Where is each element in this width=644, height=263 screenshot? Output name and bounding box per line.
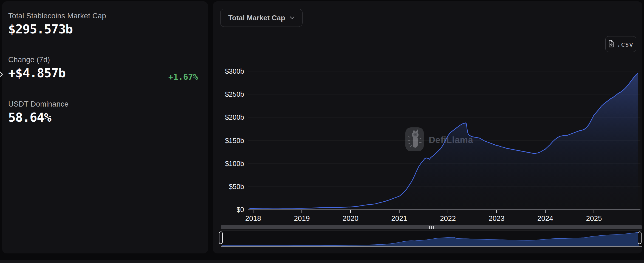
svg-text:2025: 2025 <box>586 214 602 222</box>
brush-handle-right[interactable] <box>638 231 642 244</box>
svg-text:2020: 2020 <box>343 214 358 222</box>
svg-text:2018: 2018 <box>245 214 261 222</box>
file-download-icon <box>608 40 614 48</box>
usdt-dominance-stat: USDT Dominance 58.64% <box>8 100 69 125</box>
svg-text:$150b: $150b <box>225 137 244 144</box>
chart-panel: Total Market Cap .csv <box>213 1 642 253</box>
next-section-edge <box>0 260 644 263</box>
metric-dropdown-button[interactable]: Total Market Cap <box>220 9 303 27</box>
csv-button-label: .csv <box>617 40 633 48</box>
stablecoins-dashboard: { "left_panel": { "stats": [ { "label": … <box>0 0 644 263</box>
svg-text:2022: 2022 <box>440 214 456 222</box>
brush-grip-icon[interactable] <box>429 226 434 229</box>
svg-text:$50b: $50b <box>229 183 244 190</box>
svg-text:$300b: $300b <box>225 68 244 75</box>
total-market-cap-stat: Total Stablecoins Market Cap $295.573b <box>8 12 106 36</box>
total-market-cap-value: $295.573b <box>8 22 106 36</box>
change-7d-stat: Change (7d) +$4.857b <box>8 56 66 80</box>
download-csv-button[interactable]: .csv <box>605 36 636 52</box>
brush-navigator[interactable] <box>221 230 642 247</box>
chevron-down-icon <box>290 16 295 20</box>
stablecoin-marketcap-area-chart[interactable]: $0$50b$100b$150b$200b$250b$300b201820192… <box>217 68 644 222</box>
brush-handle-left[interactable] <box>219 231 223 244</box>
brush-scrollbar-track[interactable] <box>221 225 642 229</box>
change-7d-percent: +1.67% <box>168 72 198 82</box>
navigator-mini-chart <box>221 230 641 246</box>
change-7d-label: Change (7d) <box>8 56 66 64</box>
svg-text:$250b: $250b <box>225 90 244 98</box>
svg-text:2023: 2023 <box>489 214 505 222</box>
change-7d-value: +$4.857b <box>8 66 66 80</box>
sidebar-expand-toggle[interactable] <box>0 70 6 80</box>
total-market-cap-label: Total Stablecoins Market Cap <box>8 12 106 20</box>
usdt-dominance-label: USDT Dominance <box>8 100 69 108</box>
svg-text:2024: 2024 <box>537 214 553 222</box>
chevron-right-icon <box>0 71 3 79</box>
usdt-dominance-value: 58.64% <box>8 110 69 125</box>
svg-text:$200b: $200b <box>225 113 244 121</box>
svg-text:$100b: $100b <box>225 160 244 167</box>
svg-text:2019: 2019 <box>294 214 310 222</box>
svg-text:$0: $0 <box>236 206 244 213</box>
svg-text:2021: 2021 <box>391 214 407 222</box>
stats-panel: Total Stablecoins Market Cap $295.573b C… <box>2 1 208 253</box>
metric-dropdown-label: Total Market Cap <box>228 14 285 22</box>
